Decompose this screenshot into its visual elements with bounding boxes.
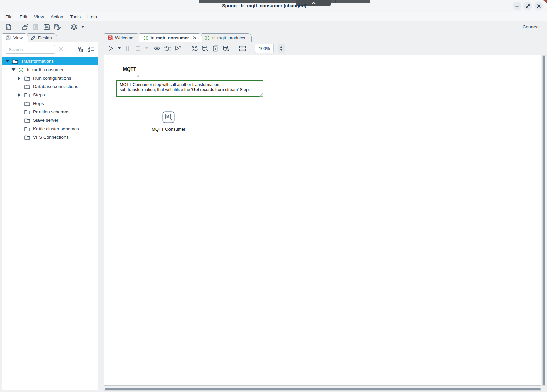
window-title: Spoon - tr_mqtt_consumer (changed) <box>0 3 528 8</box>
minimize-button[interactable] <box>513 2 521 10</box>
impact-analysis-icon <box>202 45 208 52</box>
pentaho-logo-icon <box>108 35 113 40</box>
expand-arrow-icon[interactable] <box>5 60 10 63</box>
minimize-icon <box>515 4 519 8</box>
replay-button[interactable] <box>174 44 182 52</box>
step-label: MQTT Consumer <box>148 127 189 132</box>
impact-analysis-button[interactable] <box>201 44 209 52</box>
canvas-heading: MQTT <box>123 66 136 72</box>
corner-artifact <box>543 0 547 3</box>
collapse-arrow-icon[interactable] <box>18 93 22 97</box>
vertical-scrollbar[interactable] <box>542 55 546 386</box>
perspectives-dropdown[interactable] <box>80 23 85 31</box>
maximize-button[interactable] <box>523 2 532 10</box>
close-button[interactable] <box>534 2 543 10</box>
spinner-up-icon <box>280 46 283 48</box>
perspectives-layers-icon <box>70 24 78 30</box>
stop-icon <box>135 46 141 51</box>
preview-button[interactable] <box>153 44 161 52</box>
mqtt-consumer-step-icon: M 1 <box>162 111 175 123</box>
tab-tr-mqtt-producer[interactable]: tr_mqtt_producer <box>201 33 252 42</box>
tab-view[interactable]: View <box>2 33 28 42</box>
run-options-dropdown[interactable] <box>117 44 121 52</box>
search-input[interactable] <box>6 45 55 54</box>
folder-icon <box>24 84 30 89</box>
toolbar-separator <box>17 24 17 30</box>
verify-transformation-button[interactable] <box>190 44 199 52</box>
generate-sql-button[interactable] <box>211 44 219 52</box>
tree-item-partition-schemas[interactable]: Partition schemas <box>2 108 98 116</box>
tree-item-steps[interactable]: Steps <box>2 91 98 99</box>
tree-item-tr-mqtt-consumer[interactable]: tr_mqtt_consumer <box>2 65 98 74</box>
tree-item-run-configurations[interactable]: Run configurations <box>2 74 98 82</box>
vertical-scrollbar-thumb[interactable] <box>543 56 545 385</box>
tree-item-label: Transformations <box>21 59 54 64</box>
tab-tr-mqtt-consumer[interactable]: tr_mqtt_consumer <box>139 33 202 42</box>
menu-edit[interactable]: Edit <box>16 14 31 19</box>
readonly-document-button <box>31 23 40 31</box>
tree-item-label: Kettle cluster schemas <box>33 126 79 131</box>
note-line: MQTT Consumer step will call another tra… <box>120 82 260 87</box>
tree-item-vfs-connections[interactable]: VFS Connections <box>2 133 98 141</box>
tab-welcome-label: Welcome! <box>115 35 135 40</box>
tree-item-slave-server[interactable]: Slave server <box>2 116 98 124</box>
perspectives-button[interactable] <box>70 23 78 31</box>
tab-design[interactable]: Design <box>27 33 57 42</box>
canvas-note[interactable]: MQTT Consumer step will call another tra… <box>116 80 263 97</box>
view-doc-icon <box>6 35 11 40</box>
collapse-arrow-icon[interactable] <box>18 76 22 80</box>
open-file-button[interactable] <box>21 23 29 31</box>
tab-design-label: Design <box>38 35 52 40</box>
hierarchy-view-icon[interactable] <box>78 47 84 52</box>
new-file-button[interactable] <box>4 23 13 31</box>
debug-bug-icon <box>164 45 171 51</box>
close-icon <box>537 4 541 8</box>
editor-area: Welcome! tr_mqtt_consumer <box>103 33 547 392</box>
menu-help[interactable]: Help <box>84 14 100 19</box>
transformation-canvas[interactable]: MQTT MQTT Consumer step will call anothe… <box>104 55 541 386</box>
top-dock-bar <box>199 0 370 3</box>
panel-splitter[interactable] <box>99 33 103 392</box>
toolbar-separator <box>186 45 186 52</box>
document-tabs: Welcome! tr_mqtt_consumer <box>103 33 547 42</box>
tree-item-database-connections[interactable]: Database connections <box>2 82 98 91</box>
tab-welcome[interactable]: Welcome! <box>104 33 140 42</box>
search-row <box>2 42 98 56</box>
pause-icon <box>125 46 130 51</box>
folder-icon <box>24 101 30 106</box>
explore-database-button[interactable] <box>222 44 230 52</box>
results-panel-toggle-button[interactable] <box>238 44 246 52</box>
tree-item-kettle-cluster-schemas[interactable]: Kettle cluster schemas <box>2 124 98 133</box>
tree-item-hops[interactable]: Hops <box>2 99 98 108</box>
zoom-spinner[interactable] <box>278 44 285 53</box>
horizontal-scrollbar-thumb[interactable] <box>105 388 541 390</box>
stop-options-dropdown <box>145 44 149 52</box>
note-pointer-handle <box>136 74 139 77</box>
expand-arrow-icon[interactable] <box>11 68 16 71</box>
save-button[interactable] <box>42 23 51 31</box>
menu-file[interactable]: File <box>2 14 16 19</box>
menu-view[interactable]: View <box>31 14 47 19</box>
tree-item-transformations[interactable]: Transformations <box>2 57 98 65</box>
stop-button <box>134 44 142 52</box>
dock-segment <box>336 0 370 3</box>
tree-item-label: Partition schemas <box>33 109 69 114</box>
menu-tools[interactable]: Tools <box>67 14 84 19</box>
menu-action[interactable]: Action <box>47 14 67 19</box>
list-view-icon[interactable] <box>88 47 94 52</box>
connect-button[interactable]: Connect <box>523 24 543 29</box>
horizontal-scrollbar[interactable] <box>104 387 541 391</box>
zoom-level-input[interactable] <box>255 44 274 53</box>
run-button[interactable] <box>107 44 115 52</box>
clear-search-icon[interactable] <box>58 47 64 52</box>
folder-icon <box>24 135 30 140</box>
tree-item-label: Hops <box>33 101 44 106</box>
save-icon <box>43 24 50 30</box>
debug-button[interactable] <box>163 44 172 52</box>
mqtt-consumer-step[interactable]: M 1 MQTT Consumer <box>148 111 189 132</box>
explorer-tabs: View Design <box>0 33 99 42</box>
close-tab-icon[interactable] <box>193 36 197 40</box>
caret-down-icon <box>118 47 121 49</box>
run-icon <box>108 45 114 51</box>
save-as-button[interactable] <box>53 23 62 31</box>
